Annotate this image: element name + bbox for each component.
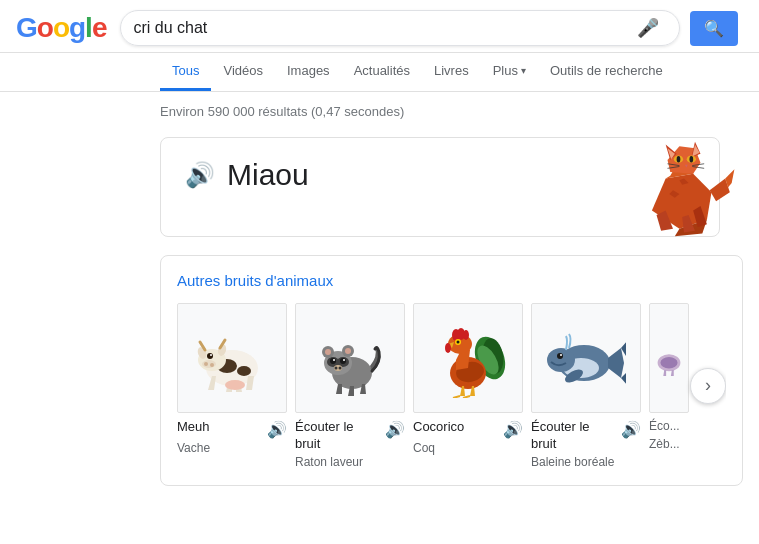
featured-sound-icon[interactable]: 🔊 [185, 161, 215, 189]
animal-img-vache [177, 303, 287, 413]
animal-grid: Meuh 🔊 Vache [177, 303, 726, 469]
svg-point-50 [340, 358, 346, 364]
svg-point-88 [660, 357, 677, 368]
animal-sub-zebre: Zèb... [649, 437, 726, 451]
mic-icon[interactable]: 🎤 [637, 17, 659, 39]
svg-point-55 [339, 367, 342, 370]
animal-card-baleine: Écouter le bruit 🔊 Baleine boréale [531, 303, 641, 469]
animal-label-vache: Meuh [177, 419, 263, 436]
animal-sound-btn-vache[interactable]: 🔊 [267, 420, 287, 439]
svg-point-86 [560, 354, 562, 356]
svg-point-51 [333, 359, 335, 361]
animal-img-raton [295, 303, 405, 413]
svg-point-85 [557, 353, 563, 359]
animal-card-raton: Écouter le bruit 🔊 Raton laveur [295, 303, 405, 469]
tab-livres[interactable]: Livres [422, 53, 481, 91]
tab-plus[interactable]: Plus ▾ [481, 53, 538, 91]
tab-tous[interactable]: Tous [160, 53, 211, 91]
animal-sound-btn-raton[interactable]: 🔊 [385, 420, 405, 439]
animal-label-raton: Écouter le bruit [295, 419, 381, 453]
svg-marker-81 [621, 373, 626, 386]
animal-sub-vache: Vache [177, 441, 287, 455]
svg-marker-79 [608, 348, 624, 378]
tab-videos[interactable]: Vidéos [211, 53, 275, 91]
nav-tabs: Tous Vidéos Images Actualités Livres Plu… [0, 53, 759, 92]
svg-point-41 [225, 380, 245, 390]
animal-card-coq: Cocorico 🔊 Coq [413, 303, 523, 469]
featured-card: 🔊 Miaou [160, 137, 720, 237]
svg-marker-25 [208, 376, 216, 390]
svg-point-15 [677, 156, 681, 162]
animal-label-coq: Cocorico [413, 419, 499, 436]
svg-point-59 [345, 348, 351, 354]
svg-point-52 [343, 359, 345, 361]
svg-marker-89 [663, 370, 666, 376]
animal-sounds-section: Autres bruits d'animaux [160, 255, 743, 486]
header: Google cri du chat 🎤 🔍 [0, 0, 759, 53]
svg-point-73 [445, 343, 451, 353]
animal-sound-btn-baleine[interactable]: 🔊 [621, 420, 641, 439]
results-info: Environ 590 000 résultats (0,47 secondes… [160, 104, 743, 119]
svg-point-34 [210, 363, 214, 367]
chevron-down-icon: ▾ [521, 65, 526, 76]
animal-sub-raton: Raton laveur [295, 455, 405, 469]
tab-images[interactable]: Images [275, 53, 342, 91]
animal-sub-coq: Coq [413, 441, 523, 455]
animal-sound-btn-coq[interactable]: 🔊 [503, 420, 523, 439]
svg-marker-43 [336, 384, 342, 394]
main-content: Environ 590 000 résultats (0,47 secondes… [0, 92, 759, 498]
svg-point-58 [325, 349, 331, 355]
tab-actualites[interactable]: Actualités [342, 53, 422, 91]
tab-outils[interactable]: Outils de recherche [538, 53, 675, 91]
svg-point-30 [237, 366, 251, 376]
animal-img-coq [413, 303, 523, 413]
animal-card-vache: Meuh 🔊 Vache [177, 303, 287, 469]
animal-sub-baleine: Baleine boréale [531, 455, 641, 469]
svg-point-49 [330, 358, 336, 364]
featured-text: Miaou [227, 158, 309, 192]
animal-label-zebre: Éco... [649, 419, 726, 435]
animal-label-baleine: Écouter le bruit [531, 419, 617, 453]
animal-sounds-title: Autres bruits d'animaux [177, 272, 726, 289]
cat-image [629, 128, 729, 228]
svg-point-36 [210, 354, 212, 356]
svg-point-35 [207, 353, 213, 359]
animal-img-baleine [531, 303, 641, 413]
animal-img-zebre [649, 303, 689, 413]
search-input[interactable]: cri du chat [133, 19, 637, 37]
svg-line-76 [453, 396, 460, 398]
svg-line-77 [463, 396, 470, 398]
search-bar: cri du chat 🎤 [120, 10, 680, 46]
svg-point-72 [457, 341, 460, 344]
svg-point-16 [690, 156, 694, 162]
svg-point-84 [547, 348, 575, 372]
search-button[interactable]: 🔍 [690, 11, 738, 46]
scroll-next-button[interactable]: › [690, 368, 726, 404]
google-logo: Google [16, 12, 106, 44]
svg-point-54 [335, 367, 338, 370]
svg-point-33 [204, 362, 208, 366]
svg-point-69 [463, 330, 469, 340]
